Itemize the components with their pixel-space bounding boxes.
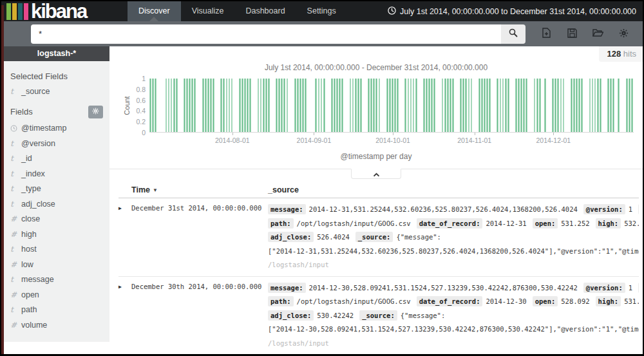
histogram-bar[interactable] bbox=[321, 79, 323, 132]
histogram-bar[interactable] bbox=[386, 79, 388, 132]
histogram-bar[interactable] bbox=[452, 79, 454, 132]
histogram-bar[interactable] bbox=[176, 79, 178, 132]
histogram-bar[interactable] bbox=[450, 79, 451, 132]
histogram-bar[interactable] bbox=[465, 79, 467, 132]
field-item-type[interactable]: t_type bbox=[4, 182, 109, 197]
field-item-index[interactable]: t_index bbox=[4, 166, 109, 182]
histogram-bar[interactable] bbox=[618, 79, 620, 132]
histogram-bar[interactable] bbox=[536, 79, 538, 132]
histogram-bar[interactable] bbox=[336, 79, 338, 132]
histogram-bar[interactable] bbox=[276, 79, 278, 132]
histogram-bar[interactable] bbox=[460, 79, 462, 132]
histogram-bar[interactable] bbox=[505, 79, 507, 132]
histogram-bar[interactable] bbox=[571, 79, 573, 132]
histogram-bar[interactable] bbox=[229, 79, 231, 132]
histogram-bar[interactable] bbox=[220, 79, 222, 132]
histogram-bar[interactable] bbox=[497, 79, 498, 132]
histogram-bar[interactable] bbox=[315, 79, 317, 132]
histogram-bar[interactable] bbox=[600, 79, 601, 132]
histogram-bar[interactable] bbox=[186, 79, 188, 132]
histogram-bar[interactable] bbox=[341, 79, 343, 132]
histogram-bar[interactable] bbox=[173, 79, 175, 132]
histogram-bar[interactable] bbox=[357, 79, 359, 132]
histogram-bar[interactable] bbox=[297, 79, 299, 132]
field-item-id[interactable]: t_id bbox=[4, 151, 109, 167]
histogram-bar[interactable] bbox=[578, 79, 580, 132]
histogram-bar[interactable] bbox=[268, 79, 270, 132]
histogram-bar[interactable] bbox=[352, 79, 354, 132]
time-column-header[interactable]: Time ▼ bbox=[131, 185, 268, 194]
histogram-bar[interactable] bbox=[202, 79, 204, 132]
histogram-bar[interactable] bbox=[563, 79, 565, 132]
histogram-bar[interactable] bbox=[323, 79, 325, 132]
histogram-bar[interactable] bbox=[149, 79, 151, 132]
histogram-bar[interactable] bbox=[278, 79, 280, 132]
histogram-bar[interactable] bbox=[478, 79, 480, 132]
histogram-bar[interactable] bbox=[626, 79, 628, 132]
histogram-bar[interactable] bbox=[389, 79, 391, 132]
histogram-bar[interactable] bbox=[507, 79, 509, 132]
histogram-bar[interactable] bbox=[410, 79, 412, 132]
histogram-bar[interactable] bbox=[370, 79, 372, 132]
histogram-bar[interactable] bbox=[155, 79, 156, 132]
histogram-bar[interactable] bbox=[302, 79, 304, 132]
histogram-bar[interactable] bbox=[592, 79, 594, 132]
new-search-button[interactable] bbox=[533, 24, 559, 44]
histogram-bar[interactable] bbox=[263, 79, 265, 132]
histogram-bar[interactable] bbox=[260, 79, 262, 132]
histogram-bar[interactable] bbox=[242, 79, 243, 132]
index-pattern-selector[interactable]: logstash-* bbox=[4, 46, 109, 61]
histogram-bar[interactable] bbox=[428, 79, 430, 132]
histogram-bar[interactable] bbox=[189, 79, 191, 132]
tab-dashboard[interactable]: Dashboard bbox=[234, 1, 296, 21]
histogram-bar[interactable] bbox=[244, 79, 246, 132]
histogram-bar[interactable] bbox=[318, 79, 320, 132]
histogram-bar[interactable] bbox=[334, 79, 336, 132]
histogram-bar[interactable] bbox=[223, 79, 225, 132]
field-item-low[interactable]: #low bbox=[4, 257, 109, 272]
histogram-bar[interactable] bbox=[166, 79, 167, 132]
histogram-bar[interactable] bbox=[433, 79, 435, 132]
histogram-bar[interactable] bbox=[520, 79, 522, 132]
histogram-bar[interactable] bbox=[415, 79, 417, 132]
histogram-bar[interactable] bbox=[534, 79, 536, 132]
histogram-bar[interactable] bbox=[408, 79, 410, 132]
histogram-bar[interactable] bbox=[331, 79, 333, 132]
save-search-button[interactable] bbox=[559, 24, 585, 44]
histogram-bar[interactable] bbox=[168, 79, 170, 132]
histogram-bar[interactable] bbox=[226, 79, 228, 132]
time-range-picker[interactable]: July 1st 2014, 00:00:00.000 to December … bbox=[388, 1, 643, 21]
histogram-bar[interactable] bbox=[299, 79, 301, 132]
histogram-bar[interactable] bbox=[444, 79, 446, 132]
histogram-bar[interactable] bbox=[231, 79, 233, 132]
expand-row-toggle[interactable]: ▶ bbox=[118, 281, 131, 351]
histogram-bar[interactable] bbox=[447, 79, 449, 132]
histogram-bar[interactable] bbox=[557, 79, 559, 132]
histogram-bar[interactable] bbox=[368, 79, 370, 132]
tab-discover[interactable]: Discover bbox=[128, 1, 181, 21]
histogram-bar[interactable] bbox=[431, 79, 433, 132]
histogram-bar[interactable] bbox=[554, 79, 556, 132]
histogram-bar[interactable] bbox=[484, 79, 486, 132]
histogram-bar[interactable] bbox=[239, 79, 241, 132]
histogram-bar[interactable] bbox=[360, 79, 362, 132]
histogram-bar[interactable] bbox=[523, 79, 525, 132]
histogram-bar[interactable] bbox=[581, 79, 583, 132]
histogram-bar[interactable] bbox=[589, 79, 591, 132]
histogram-bar[interactable] bbox=[247, 79, 249, 132]
histogram-bar[interactable] bbox=[629, 79, 630, 132]
tab-visualize[interactable]: Visualize bbox=[181, 1, 235, 21]
histogram-bar[interactable] bbox=[468, 79, 470, 132]
histogram-bar[interactable] bbox=[404, 79, 406, 132]
expand-row-toggle[interactable]: ▶ bbox=[118, 203, 131, 272]
histogram-bar[interactable] bbox=[305, 79, 307, 132]
histogram-bar[interactable] bbox=[426, 79, 428, 132]
open-search-button[interactable] bbox=[585, 24, 611, 44]
histogram-bar[interactable] bbox=[379, 79, 381, 132]
histogram-bar[interactable] bbox=[413, 79, 415, 132]
histogram-bar[interactable] bbox=[423, 79, 425, 132]
histogram-bar[interactable] bbox=[397, 79, 399, 132]
histogram-bar[interactable] bbox=[481, 79, 483, 132]
field-item-open[interactable]: #open bbox=[4, 287, 109, 303]
histogram-bar[interactable] bbox=[210, 79, 212, 132]
